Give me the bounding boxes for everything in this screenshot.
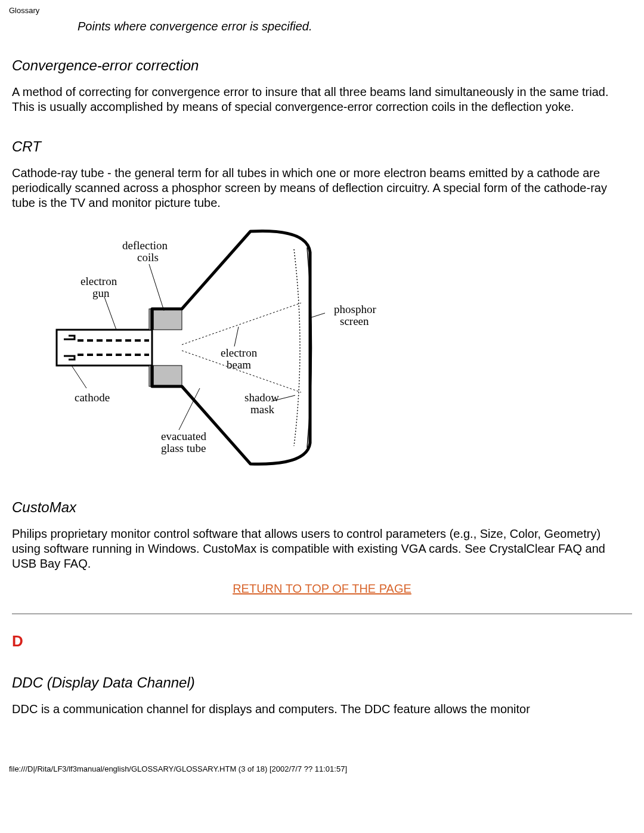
def-crt: Cathode-ray tube - the general term for … xyxy=(12,166,632,210)
svg-line-15 xyxy=(310,313,325,318)
svg-rect-3 xyxy=(149,309,182,330)
svg-text:gun: gun xyxy=(92,287,110,299)
svg-line-7 xyxy=(182,303,301,345)
label-evacuated-glass-tube: evacuated xyxy=(161,430,206,442)
svg-text:screen: screen xyxy=(340,315,369,327)
svg-text:mask: mask xyxy=(250,403,275,416)
label-cathode: cathode xyxy=(75,391,110,404)
term-crt: CRT xyxy=(12,138,632,155)
svg-text:coils: coils xyxy=(137,251,159,264)
svg-line-13 xyxy=(234,327,239,346)
svg-line-9 xyxy=(149,264,164,311)
term-convergence-error-correction: Convergence-error correction xyxy=(12,57,632,74)
section-letter-d: D xyxy=(12,632,632,651)
label-electron-gun: electron xyxy=(80,275,117,287)
page-header: Glossary xyxy=(9,6,644,15)
def-ddc: DDC is a communication channel for displ… xyxy=(12,702,632,717)
svg-line-11 xyxy=(72,366,86,388)
label-shadow-mask: shadow xyxy=(244,391,279,404)
label-deflection-coils: deflection xyxy=(122,239,168,252)
label-phosphor-screen: phosphor xyxy=(334,303,376,315)
term-customax: CustoMax xyxy=(12,499,632,516)
return-to-top-link[interactable]: RETURN TO TOP OF THE PAGE xyxy=(233,582,411,595)
svg-line-10 xyxy=(104,297,116,330)
def-convergence-error-correction: A method of correcting for convergence e… xyxy=(12,85,632,114)
svg-text:beam: beam xyxy=(227,358,251,371)
crt-diagram: deflection coils electron gun cathode ev… xyxy=(45,222,632,475)
page-footer: file:///D|/Rita/LF3/lf3manual/english/GL… xyxy=(9,764,644,773)
svg-rect-4 xyxy=(149,366,182,386)
def-customax: Philips proprietary monitor control soft… xyxy=(12,527,632,571)
svg-text:glass tube: glass tube xyxy=(161,442,206,454)
section-divider xyxy=(12,614,632,614)
label-electron-beam: electron xyxy=(221,346,258,359)
figure-caption: Points where convergence error is specif… xyxy=(78,20,632,33)
term-ddc: DDC (Display Data Channel) xyxy=(12,674,632,691)
